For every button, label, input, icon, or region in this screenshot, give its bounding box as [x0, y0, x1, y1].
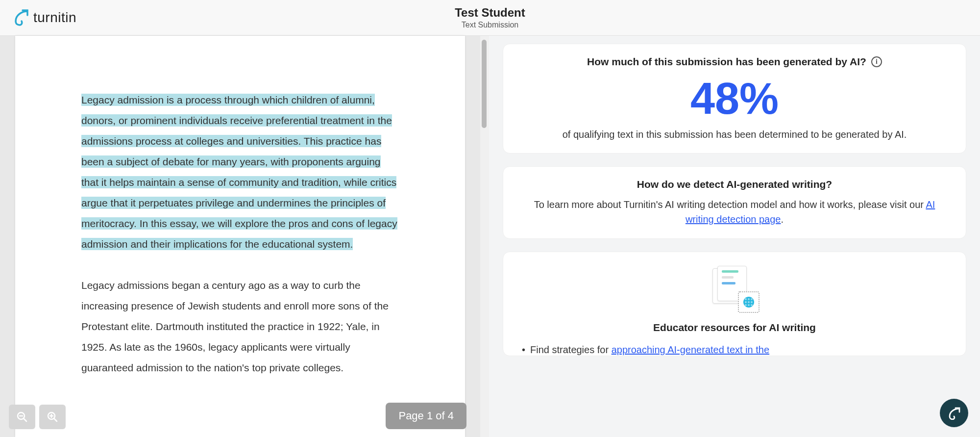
ai-score-description: of qualifying text in this submission ha… [520, 128, 949, 141]
educator-resources-card: Educator resources for AI writing • Find… [503, 252, 966, 356]
ai-detect-body-suffix: . [781, 214, 784, 225]
ai-detect-title: How do we detect AI-generated writing? [520, 179, 949, 190]
ai-detect-body: To learn more about Turnitin's AI writin… [520, 197, 949, 227]
document-scrollbar[interactable] [480, 36, 489, 437]
brand-name: turnitin [33, 10, 76, 26]
ai-side-panel: How much of this submission has been gen… [489, 36, 980, 437]
bullet-icon: • [522, 344, 525, 356]
zoom-in-button[interactable] [39, 405, 66, 429]
turnitin-logo-icon [14, 9, 28, 26]
svg-line-1 [24, 418, 26, 421]
svg-line-4 [54, 418, 57, 421]
bullet-prefix: Find strategies for [530, 344, 612, 355]
resources-title: Educator resources for AI writing [520, 322, 949, 334]
resources-bullet-1: • Find strategies for approaching AI-gen… [520, 344, 949, 356]
help-icon [948, 406, 960, 420]
brand-logo[interactable]: turnitin [14, 9, 76, 26]
essay-content[interactable]: Legacy admission is a process through wh… [81, 90, 399, 378]
zoom-out-button[interactable] [9, 405, 35, 429]
scrollbar-thumb[interactable] [482, 40, 487, 128]
document-page: Legacy admission is a process through wh… [15, 36, 465, 437]
document-viewer[interactable]: Legacy admission is a process through wh… [0, 36, 480, 437]
header-title-block: Test Student Text Submission [455, 6, 525, 29]
resources-illustration [712, 266, 757, 310]
page-indicator: Page 1 of 4 [386, 403, 466, 429]
essay-paragraph-1: Legacy admission is a process through wh… [81, 90, 399, 255]
ai-score-title: How much of this submission has been gen… [587, 56, 866, 68]
zoom-in-icon [47, 411, 58, 423]
main-area: Legacy admission is a process through wh… [0, 36, 980, 437]
zoom-controls [9, 405, 66, 429]
ai-score-percent: 48% [520, 77, 949, 121]
submission-type: Text Submission [455, 21, 525, 29]
ai-score-card: How much of this submission has been gen… [503, 44, 966, 154]
info-icon[interactable]: i [871, 56, 882, 67]
ai-detect-card: How do we detect AI-generated writing? T… [503, 166, 966, 239]
ai-detect-body-prefix: To learn more about Turnitin's AI writin… [534, 199, 926, 210]
ai-text-strategies-link[interactable]: approaching AI-generated text in the [612, 344, 769, 355]
essay-paragraph-2: Legacy admissions began a century ago as… [81, 275, 399, 378]
zoom-out-icon [16, 411, 28, 423]
ai-highlight: Legacy admission is a process through wh… [81, 94, 397, 250]
app-header: turnitin Test Student Text Submission [0, 0, 980, 36]
help-floating-button[interactable] [940, 399, 968, 427]
student-name: Test Student [455, 6, 525, 20]
